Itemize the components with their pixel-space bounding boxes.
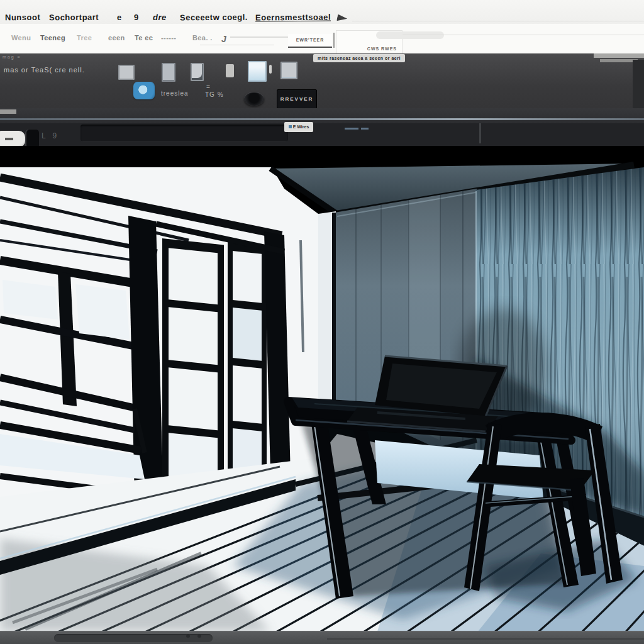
menu-item[interactable]: Nunsoot — [5, 13, 40, 22]
status-tag[interactable]: E Wires — [284, 122, 313, 132]
menu-item[interactable]: eeen — [108, 34, 125, 42]
sub-strip-nub — [0, 109, 16, 114]
file-icon[interactable] — [162, 63, 175, 82]
image-thumbnail-icon[interactable] — [248, 61, 267, 82]
main-toolbar: mag = mits raseneaz aeea a seecn or aerl… — [0, 53, 644, 108]
menu-item[interactable]: Eoernsmesttsoael — [255, 13, 331, 23]
menu-item[interactable]: Te ec — [135, 34, 153, 42]
notes-icon[interactable] — [191, 63, 204, 81]
options-recessed-field[interactable] — [80, 125, 288, 142]
slider-pill[interactable] — [0, 131, 25, 147]
new-document-icon[interactable] — [118, 65, 135, 80]
separator-tick — [269, 65, 272, 74]
tag-color-chip — [289, 125, 292, 128]
canvas-viewport[interactable] — [0, 146, 644, 631]
small-tool-icon[interactable] — [226, 64, 234, 77]
mouse-cursor-icon — [336, 14, 348, 23]
divider — [352, 21, 644, 21]
menu-item[interactable]: Bea. . — [192, 34, 213, 42]
secondary-menu-bar: Wenu Teeneg Tree eeen Te ec ------ Bea. … — [0, 24, 644, 53]
options-dash — [345, 128, 358, 130]
toolbar-sub-strip — [0, 108, 644, 123]
menu-item[interactable]: Sochortpart — [49, 13, 99, 23]
toolbar-handle[interactable] — [594, 53, 644, 58]
scrollbar-dot — [197, 635, 201, 638]
menu-item[interactable]: J — [221, 34, 226, 44]
app-sphere-icon[interactable] — [133, 82, 155, 99]
divider — [230, 36, 288, 38]
divider — [200, 45, 274, 45]
scrollbar-dot — [186, 635, 190, 638]
divider — [402, 35, 644, 35]
tab-divider — [333, 33, 335, 48]
options-divider — [479, 123, 481, 143]
options-value: L 9 — [42, 131, 59, 140]
document-tab-button[interactable]: EWR'TEER — [288, 34, 332, 48]
menu-item[interactable]: 9 — [134, 13, 139, 22]
zoom-level-label: TG % — [205, 91, 224, 98]
toolbar-pill — [376, 31, 444, 39]
canvas-room-scene — [0, 146, 644, 631]
toolbar-left-text: mag = — [3, 55, 21, 59]
options-dash — [361, 128, 369, 130]
export-button[interactable]: RREVVER — [277, 89, 317, 109]
zoom-equals: = — [206, 84, 212, 91]
menu-item[interactable]: Wenu — [11, 34, 31, 42]
layers-icon[interactable] — [280, 62, 297, 79]
icon-label: treeslea — [161, 90, 189, 97]
scrollbar-seam — [327, 638, 644, 640]
sub-strip-highlight — [0, 118, 644, 120]
menu-item[interactable]: ------ — [161, 34, 176, 42]
dark-knob-icon[interactable] — [244, 92, 264, 106]
document-title-strip[interactable]: mits raseneaz aeea a seecn or aerl — [313, 54, 405, 62]
menu-item[interactable]: Teeneg — [40, 34, 65, 42]
options-bar: L 9 E Wires — [0, 123, 644, 146]
menu-item[interactable]: dre — [153, 13, 167, 22]
toolbar-right-block — [633, 60, 644, 108]
menu-item[interactable]: Seceeetw coegl. — [180, 13, 248, 23]
horizontal-scrollbar[interactable] — [0, 631, 644, 644]
menu-item[interactable]: Tree — [77, 34, 92, 42]
menu-item[interactable]: e — [117, 13, 122, 22]
toolbar-breadcrumb: mas or TeaS( cre nell. — [4, 66, 85, 74]
toolbar-handle[interactable] — [600, 59, 638, 62]
